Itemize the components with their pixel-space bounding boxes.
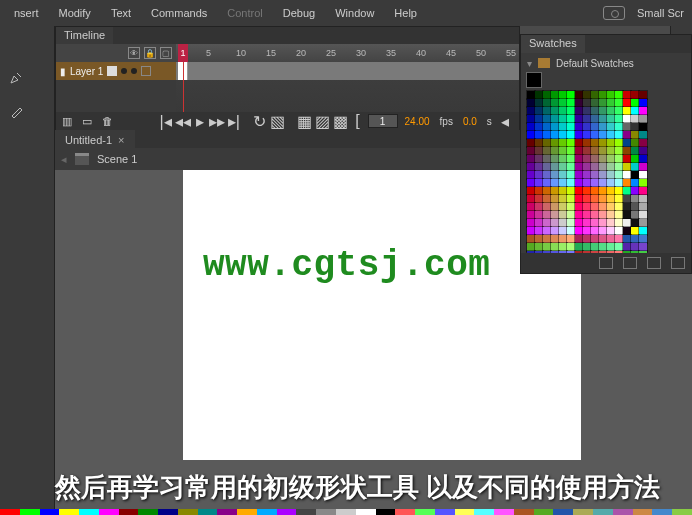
- swatch-cell[interactable]: [639, 115, 647, 123]
- swatch-cell[interactable]: [575, 243, 583, 251]
- swatch-cell[interactable]: [615, 243, 623, 251]
- swatch-cell[interactable]: [623, 115, 631, 123]
- swatch-cell[interactable]: [583, 171, 591, 179]
- swatch-cell[interactable]: [527, 123, 535, 131]
- swatch-cell[interactable]: [631, 243, 639, 251]
- document-tab[interactable]: Untitled-1 ×: [55, 130, 135, 148]
- swatch-cell[interactable]: [535, 107, 543, 115]
- swatch-cell[interactable]: [591, 195, 599, 203]
- swatch-cell[interactable]: [575, 147, 583, 155]
- swatch-cell[interactable]: [535, 211, 543, 219]
- frames-area[interactable]: [176, 62, 519, 112]
- swatch-cell[interactable]: [623, 171, 631, 179]
- swatch-cell[interactable]: [559, 211, 567, 219]
- swatch-cell[interactable]: [527, 219, 535, 227]
- swatch-cell[interactable]: [591, 219, 599, 227]
- swatch-cell[interactable]: [615, 115, 623, 123]
- swatch-cell[interactable]: [631, 123, 639, 131]
- swatch-cell[interactable]: [607, 147, 615, 155]
- swatch-cell[interactable]: [591, 139, 599, 147]
- swatch-cell[interactable]: [631, 195, 639, 203]
- swatch-cell[interactable]: [607, 91, 615, 99]
- swatch-cell[interactable]: [535, 219, 543, 227]
- swatch-cell[interactable]: [551, 195, 559, 203]
- menu-text[interactable]: Text: [101, 3, 141, 23]
- swatch-cell[interactable]: [599, 115, 607, 123]
- swatch-cell[interactable]: [631, 179, 639, 187]
- swatch-cell[interactable]: [599, 203, 607, 211]
- swatch-cell[interactable]: [599, 147, 607, 155]
- swatch-cell[interactable]: [583, 179, 591, 187]
- swatch-cell[interactable]: [591, 235, 599, 243]
- swatch-cell[interactable]: [551, 171, 559, 179]
- swatch-cell[interactable]: [583, 163, 591, 171]
- swatch-cell[interactable]: [591, 99, 599, 107]
- swatch-cell[interactable]: [599, 243, 607, 251]
- swatch-cell[interactable]: [567, 171, 575, 179]
- swatch-cell[interactable]: [527, 139, 535, 147]
- swatch-cell[interactable]: [615, 131, 623, 139]
- swatch-cell[interactable]: [615, 163, 623, 171]
- swatch-cell[interactable]: [615, 139, 623, 147]
- swatch-cell[interactable]: [559, 235, 567, 243]
- swatch-cell[interactable]: [559, 203, 567, 211]
- swatch-cell[interactable]: [591, 211, 599, 219]
- swatch-cell[interactable]: [575, 179, 583, 187]
- swatch-cell[interactable]: [559, 147, 567, 155]
- swatch-cell[interactable]: [631, 107, 639, 115]
- swatch-cell[interactable]: [551, 131, 559, 139]
- swatch-cell[interactable]: [567, 219, 575, 227]
- swatch-cell[interactable]: [583, 131, 591, 139]
- swatch-cell[interactable]: [583, 91, 591, 99]
- swatch-cell[interactable]: [599, 139, 607, 147]
- swatch-cell[interactable]: [583, 219, 591, 227]
- swatch-cell[interactable]: [567, 211, 575, 219]
- swatch-cell[interactable]: [567, 99, 575, 107]
- swatch-cell[interactable]: [591, 227, 599, 235]
- menu-window[interactable]: Window: [325, 3, 384, 23]
- swatch-cell[interactable]: [543, 139, 551, 147]
- swatch-cell[interactable]: [615, 147, 623, 155]
- step-back-icon[interactable]: ◂◂: [176, 114, 190, 128]
- menu-insert[interactable]: nsert: [4, 3, 48, 23]
- swatch-cell[interactable]: [543, 99, 551, 107]
- swatch-cell[interactable]: [567, 203, 575, 211]
- swatch-cell[interactable]: [583, 235, 591, 243]
- swatch-cell[interactable]: [575, 163, 583, 171]
- scene-name[interactable]: Scene 1: [97, 153, 137, 165]
- swatch-cell[interactable]: [535, 131, 543, 139]
- swatch-cell[interactable]: [583, 203, 591, 211]
- menu-commands[interactable]: Commands: [141, 3, 217, 23]
- swatch-group-name[interactable]: Default Swatches: [556, 58, 634, 69]
- swatch-cell[interactable]: [615, 219, 623, 227]
- swatch-grid[interactable]: [527, 91, 685, 259]
- swatch-cell[interactable]: [631, 203, 639, 211]
- swatch-cell[interactable]: [527, 211, 535, 219]
- onion-icon[interactable]: ▧: [270, 114, 284, 128]
- swatch-cell[interactable]: [551, 147, 559, 155]
- swatch-cell[interactable]: [599, 195, 607, 203]
- swatch-cell[interactable]: [575, 99, 583, 107]
- swatch-options-icon[interactable]: [647, 257, 661, 269]
- swatch-cell[interactable]: [631, 171, 639, 179]
- swatches-tab[interactable]: Swatches: [521, 35, 585, 53]
- swatch-cell[interactable]: [599, 107, 607, 115]
- swatch-cell[interactable]: [631, 139, 639, 147]
- swatch-cell[interactable]: [535, 147, 543, 155]
- swatch-cell[interactable]: [607, 227, 615, 235]
- swatch-cell[interactable]: [551, 179, 559, 187]
- swatch-cell[interactable]: [559, 171, 567, 179]
- swatch-cell[interactable]: [543, 107, 551, 115]
- swatch-cell[interactable]: [559, 123, 567, 131]
- swatch-cell[interactable]: [567, 91, 575, 99]
- swatch-cell[interactable]: [591, 243, 599, 251]
- disclosure-icon[interactable]: ▾: [527, 58, 532, 69]
- brush-tool-icon[interactable]: [6, 100, 28, 122]
- swatch-cell[interactable]: [543, 171, 551, 179]
- swatch-cell[interactable]: [567, 155, 575, 163]
- swatch-cell[interactable]: [639, 195, 647, 203]
- swatch-cell[interactable]: [591, 131, 599, 139]
- swatch-cell[interactable]: [543, 131, 551, 139]
- swatch-cell[interactable]: [607, 155, 615, 163]
- swatch-cell[interactable]: [567, 235, 575, 243]
